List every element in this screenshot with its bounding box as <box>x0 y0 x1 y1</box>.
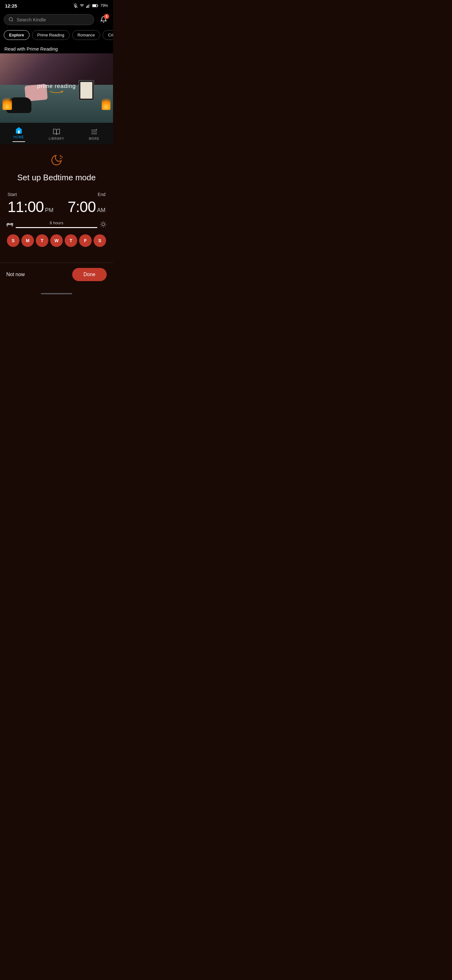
search-input-wrapper[interactable]: Search Kindle <box>4 14 94 25</box>
search-icon <box>8 17 14 22</box>
svg-point-11 <box>9 18 13 21</box>
end-time-value: 7:00 AM <box>68 198 105 215</box>
tab-explore[interactable]: Explore <box>4 30 30 40</box>
library-icon <box>53 128 60 136</box>
battery-icon <box>92 4 98 8</box>
slider-track[interactable] <box>16 227 97 228</box>
day-saturday[interactable]: S <box>94 234 106 247</box>
search-input[interactable]: Search Kindle <box>17 17 46 22</box>
start-time-value: 11:00 PM <box>8 198 53 215</box>
wifi-icon <box>80 3 84 8</box>
status-icons: R 79% <box>73 3 108 8</box>
kindle-screen <box>80 82 92 99</box>
category-tabs: Explore Prime Reading Romance Crime, Thr… <box>0 28 113 44</box>
end-period: AM <box>97 207 105 213</box>
day-monday[interactable]: M <box>21 234 34 247</box>
end-hour: 7:00 <box>68 198 96 215</box>
duration-row: 8 hours <box>6 221 107 228</box>
nav-underline <box>13 142 25 142</box>
hero-text-overlay: prime reading <box>37 83 76 93</box>
duration-label: 8 hours <box>16 221 97 225</box>
mute-icon <box>73 3 78 8</box>
day-wednesday[interactable]: W <box>50 234 63 247</box>
start-label: Start <box>8 192 53 197</box>
home-bar <box>41 293 72 294</box>
lamp-left <box>3 94 12 110</box>
tab-crime-thriller[interactable]: Crime, Thriller <box>103 30 113 40</box>
svg-line-25 <box>101 222 102 223</box>
nav-more-label: MORE <box>89 137 100 140</box>
prime-reading-logo: prime reading <box>37 83 76 89</box>
svg-rect-18 <box>7 223 10 225</box>
search-bar-container: Search Kindle 5 <box>0 11 113 28</box>
svg-rect-7 <box>89 4 89 8</box>
nav-more[interactable]: MORE <box>75 123 113 145</box>
kindle-device <box>78 80 94 100</box>
end-time-block: End 7:00 AM <box>68 192 105 215</box>
end-label: End <box>68 192 105 197</box>
hero-image: prime reading <box>0 53 113 123</box>
slider-fill <box>16 227 97 228</box>
bedtime-overlay: Set up Bedtime mode Start 11:00 PM End 7… <box>0 145 113 262</box>
status-time: 12:25 <box>5 3 17 8</box>
not-now-button[interactable]: Not now <box>6 272 25 277</box>
start-hour: 11:00 <box>8 198 44 215</box>
battery-text: 79% <box>100 3 108 8</box>
moon-icon <box>50 154 63 167</box>
svg-rect-5 <box>87 5 87 8</box>
nav-library-label: LIBRARY <box>49 137 64 140</box>
home-indicator <box>0 291 113 296</box>
notification-badge: 5 <box>104 14 109 19</box>
moon-icon-container <box>6 154 107 167</box>
tab-romance[interactable]: Romance <box>72 30 100 40</box>
day-tuesday[interactable]: T <box>36 234 48 247</box>
svg-text:R: R <box>90 5 90 6</box>
status-bar: 12:25 R 79% <box>0 0 113 11</box>
day-sunday[interactable]: S <box>7 234 19 247</box>
duration-slider-container[interactable]: 8 hours <box>16 221 97 228</box>
day-friday[interactable]: F <box>79 234 92 247</box>
notification-button[interactable]: 5 <box>98 14 109 25</box>
svg-line-12 <box>12 21 13 21</box>
svg-rect-20 <box>7 225 8 226</box>
nav-home[interactable]: HOME <box>0 123 38 145</box>
sun-icon <box>100 221 107 228</box>
day-thursday[interactable]: T <box>65 234 77 247</box>
svg-rect-6 <box>88 5 89 8</box>
bottom-nav: HOME LIBRARY MORE <box>0 123 113 145</box>
time-section: Start 11:00 PM End 7:00 AM <box>6 192 107 215</box>
svg-point-22 <box>102 223 105 226</box>
signal-icon: R <box>86 3 90 8</box>
lamp-right <box>102 95 111 110</box>
bottom-actions: Not now Done <box>0 262 113 291</box>
amazon-smile-icon <box>49 90 64 93</box>
days-row: S M T W T F S <box>6 234 107 247</box>
svg-line-29 <box>101 226 102 226</box>
more-icon <box>90 128 98 136</box>
start-period: PM <box>45 207 53 213</box>
start-time-block: Start 11:00 PM <box>8 192 53 215</box>
section-title: Read with Prime Reading <box>0 44 113 53</box>
svg-rect-21 <box>12 225 13 226</box>
svg-rect-4 <box>86 6 87 8</box>
nav-home-label: HOME <box>14 135 24 139</box>
done-button[interactable]: Done <box>72 268 107 281</box>
bedtime-title: Set up Bedtime mode <box>6 173 107 183</box>
home-icon <box>15 127 22 134</box>
sleep-icon <box>6 222 13 227</box>
tab-prime-reading[interactable]: Prime Reading <box>32 30 70 40</box>
nav-library[interactable]: LIBRARY <box>38 123 75 145</box>
svg-rect-10 <box>93 5 96 7</box>
svg-rect-19 <box>10 223 13 225</box>
